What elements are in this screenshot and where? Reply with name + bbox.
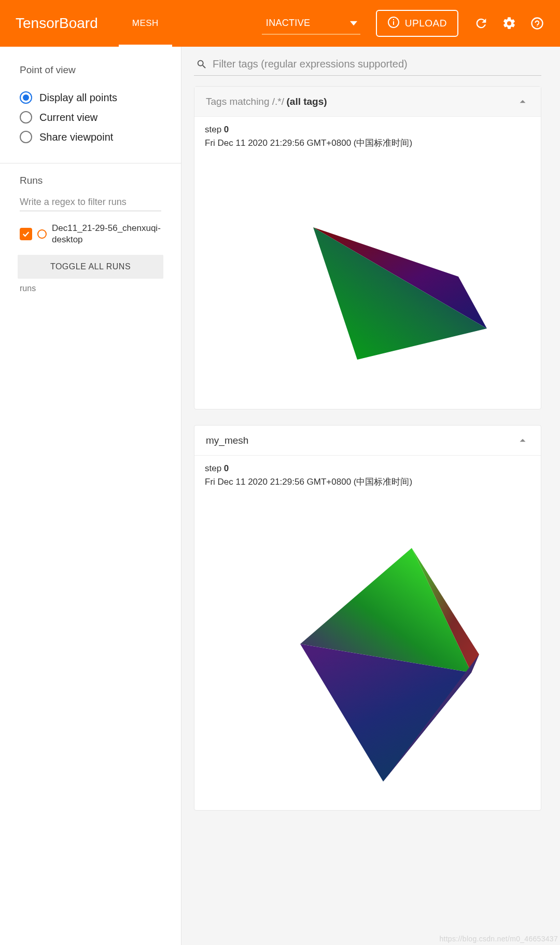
mesh-card-all-tags: Tags matching /.*/ (all tags) step 0 Fri… <box>194 86 541 409</box>
run-item: Dec11_21-29-56_chenxuqi-desktop <box>20 223 161 245</box>
runs-footer-label: runs <box>20 284 161 293</box>
card-title: my_mesh <box>206 435 248 446</box>
tab-mesh[interactable]: MESH <box>119 0 172 47</box>
header-icons <box>474 16 544 31</box>
refresh-icon[interactable] <box>474 16 488 31</box>
search-icon <box>196 59 207 70</box>
run-color-swatch-icon[interactable] <box>37 229 47 239</box>
app-title: TensorBoard <box>16 15 98 32</box>
step-label: step <box>205 125 224 134</box>
timestamp-label: Fri Dec 11 2020 21:29:56 GMT+0800 (中国标准时… <box>205 477 412 487</box>
svg-rect-1 <box>393 21 394 25</box>
toggle-all-runs-button[interactable]: TOGGLE ALL RUNS <box>18 255 163 279</box>
radio-checked-icon <box>20 91 32 104</box>
pov-option-label: Current view <box>39 112 97 124</box>
divider <box>0 163 181 163</box>
mesh-card-my-mesh: my_mesh step 0 Fri Dec 11 2020 21:29:56 … <box>194 425 541 811</box>
sidebar: Point of view Display all points Current… <box>0 47 181 945</box>
tag-filter-bar <box>194 55 541 76</box>
run-name-label: Dec11_21-29-56_chenxuqi-desktop <box>52 223 161 245</box>
toggle-all-runs-label: TOGGLE ALL RUNS <box>50 262 131 271</box>
inactive-dropdown[interactable]: INACTIVE <box>262 12 360 35</box>
runs-heading: Runs <box>20 175 161 186</box>
triangle-down-icon <box>350 18 357 29</box>
help-icon[interactable] <box>530 16 544 31</box>
radio-unchecked-icon <box>20 131 32 143</box>
upload-button[interactable]: UPLOAD <box>376 10 458 37</box>
app-header: TensorBoard MESH INACTIVE UPLOAD <box>0 0 560 47</box>
step-label: step <box>205 463 224 473</box>
pov-option-label: Display all points <box>39 92 117 104</box>
run-checkbox[interactable] <box>20 228 32 240</box>
gear-icon[interactable] <box>502 16 516 31</box>
card-title-prefix: Tags matching /.*/ <box>206 96 284 107</box>
main-panel: Tags matching /.*/ (all tags) step 0 Fri… <box>181 47 560 945</box>
chevron-up-icon <box>516 95 529 108</box>
inactive-dropdown-label: INACTIVE <box>266 18 310 29</box>
mesh-3d-icon <box>194 488 541 810</box>
mesh-3d-icon <box>194 149 541 409</box>
pov-option-current-view[interactable]: Current view <box>20 111 161 124</box>
runs-filter-input[interactable] <box>20 194 161 211</box>
pov-option-share-viewpoint[interactable]: Share viewpoint <box>20 131 161 143</box>
radio-unchecked-icon <box>20 111 32 124</box>
svg-rect-2 <box>393 19 394 20</box>
step-value: 0 <box>224 125 229 134</box>
pov-option-label: Share viewpoint <box>39 131 113 143</box>
card-header[interactable]: my_mesh <box>194 426 541 456</box>
upload-button-label: UPLOAD <box>405 18 447 29</box>
pov-option-display-all[interactable]: Display all points <box>20 91 161 104</box>
card-title-bold: (all tags) <box>286 96 327 107</box>
step-value: 0 <box>224 463 229 473</box>
timestamp-label: Fri Dec 11 2020 21:29:56 GMT+0800 (中国标准时… <box>205 138 412 148</box>
tab-mesh-label: MESH <box>132 18 159 29</box>
pov-heading: Point of view <box>20 64 161 76</box>
mesh-viewport[interactable] <box>194 149 541 409</box>
card-header[interactable]: Tags matching /.*/ (all tags) <box>194 87 541 117</box>
check-icon <box>21 229 31 239</box>
tabs: MESH <box>119 0 172 47</box>
tag-filter-input[interactable] <box>213 58 539 70</box>
info-circle-icon <box>387 16 400 31</box>
card-meta: step 0 Fri Dec 11 2020 21:29:56 GMT+0800… <box>194 456 541 488</box>
chevron-up-icon <box>516 434 529 447</box>
card-meta: step 0 Fri Dec 11 2020 21:29:56 GMT+0800… <box>194 117 541 149</box>
watermark-label: https://blog.csdn.net/m0_46653437 <box>439 935 558 943</box>
mesh-viewport[interactable] <box>194 488 541 810</box>
